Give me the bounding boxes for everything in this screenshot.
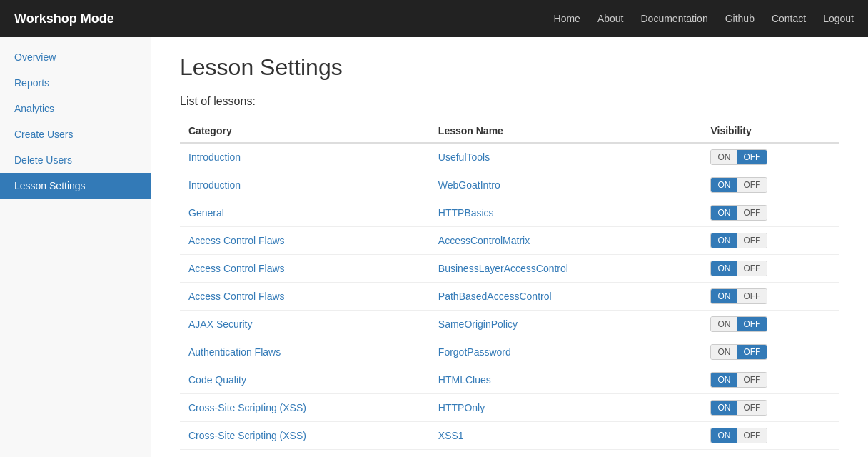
sidebar-item-create-users[interactable]: Create Users — [0, 121, 151, 147]
cell-visibility: ONOFF — [702, 366, 839, 394]
cell-category: Introduction — [180, 171, 430, 199]
cell-lesson-name: XSS1 — [430, 422, 702, 450]
toggle-on-button[interactable]: ON — [711, 233, 737, 248]
cell-category: AJAX Security — [180, 311, 430, 338]
sidebar-item-analytics[interactable]: Analytics — [0, 96, 151, 121]
toggle-on-button[interactable]: ON — [711, 428, 737, 443]
toggle-off-button[interactable]: OFF — [737, 178, 767, 192]
toggle-on-button[interactable]: ON — [711, 261, 737, 276]
category-link[interactable]: Introduction — [188, 151, 241, 163]
cell-lesson-name: HTTPOnly — [430, 394, 702, 422]
toggle-off-button[interactable]: OFF — [737, 150, 767, 164]
lesson-name-link[interactable]: BusinessLayerAccessControl — [438, 263, 568, 274]
toggle-off-button[interactable]: OFF — [737, 317, 767, 331]
lesson-name-link[interactable]: PathBasedAccessControl — [438, 291, 552, 302]
toggle-on-button[interactable]: ON — [711, 178, 737, 192]
toggle-off-button[interactable]: OFF — [737, 345, 767, 359]
col-header-visibility: Visibility — [702, 119, 839, 143]
toggle-off-button[interactable]: OFF — [737, 428, 767, 443]
lesson-name-link[interactable]: AccessControlMatrix — [438, 235, 530, 246]
cell-visibility: ONOFF — [702, 171, 839, 199]
table-row: IntroductionUsefulToolsONOFF — [180, 143, 839, 171]
lesson-name-link[interactable]: WebGoatIntro — [438, 179, 500, 191]
cell-category: Cross-Site Scripting (XSS) — [180, 422, 430, 450]
sidebar-item-lesson-settings[interactable]: Lesson Settings — [0, 173, 151, 199]
main-content: Lesson Settings List of lessons: Categor… — [151, 37, 868, 457]
lesson-name-link[interactable]: HTTPBasics — [438, 207, 494, 219]
toggle-group: ONOFF — [710, 177, 767, 193]
lesson-name-link[interactable]: XSS1 — [438, 430, 464, 441]
lesson-name-link[interactable]: UsefulTools — [438, 151, 490, 163]
cell-category: Access Control Flaws — [180, 283, 430, 311]
cell-category: Introduction — [180, 143, 430, 171]
toggle-on-button[interactable]: ON — [711, 289, 737, 303]
table-row: Cross-Site Scripting (XSS)HTTPOnlyONOFF — [180, 394, 839, 422]
toggle-on-button[interactable]: ON — [711, 317, 737, 331]
category-link[interactable]: Access Control Flaws — [188, 235, 285, 246]
cell-lesson-name: SameOriginPolicy — [430, 311, 702, 338]
toggle-on-button[interactable]: ON — [711, 150, 737, 164]
category-link[interactable]: Introduction — [188, 179, 241, 191]
lesson-name-link[interactable]: HTTPOnly — [438, 402, 485, 413]
toggle-off-button[interactable]: OFF — [737, 289, 767, 303]
cell-visibility: ONOFF — [702, 338, 839, 366]
toggle-off-button[interactable]: OFF — [737, 233, 767, 248]
nav-about[interactable]: About — [597, 13, 624, 24]
cell-category: Code Quality — [180, 366, 430, 394]
category-link[interactable]: Access Control Flaws — [188, 263, 285, 274]
toggle-group: ONOFF — [710, 288, 767, 304]
page-title: Lesson Settings — [180, 54, 839, 81]
cell-visibility: ONOFF — [702, 394, 839, 422]
category-link[interactable]: Cross-Site Scripting (XSS) — [188, 430, 306, 441]
sidebar-item-reports[interactable]: Reports — [0, 70, 151, 96]
toggle-group: ONOFF — [710, 233, 767, 248]
table-row: IntroductionWebGoatIntroONOFF — [180, 171, 839, 199]
nav-github[interactable]: Github — [725, 13, 755, 24]
category-link[interactable]: Access Control Flaws — [188, 291, 285, 302]
table-row: Access Control FlawsBusinessLayerAccessC… — [180, 255, 839, 283]
category-link[interactable]: Code Quality — [188, 374, 246, 386]
toggle-group: ONOFF — [710, 205, 767, 221]
toggle-group: ONOFF — [710, 400, 767, 416]
cell-category: Cross-Site Scripting (XSS) — [180, 394, 430, 422]
lesson-name-link[interactable]: SameOriginPolicy — [438, 318, 518, 330]
cell-lesson-name: BusinessLayerAccessControl — [430, 255, 702, 283]
sidebar: OverviewReportsAnalyticsCreate UsersDele… — [0, 37, 151, 457]
cell-visibility: ONOFF — [702, 199, 839, 227]
table-body: IntroductionUsefulToolsONOFFIntroduction… — [180, 143, 839, 450]
cell-lesson-name: HTMLClues — [430, 366, 702, 394]
table-row: GeneralHTTPBasicsONOFF — [180, 199, 839, 227]
toggle-off-button[interactable]: OFF — [737, 373, 767, 387]
toggle-group: ONOFF — [710, 261, 767, 276]
lesson-name-link[interactable]: ForgotPassword — [438, 346, 511, 358]
toggle-group: ONOFF — [710, 428, 767, 443]
toggle-off-button[interactable]: OFF — [737, 206, 767, 220]
nav-documentation[interactable]: Documentation — [641, 13, 708, 24]
sidebar-item-delete-users[interactable]: Delete Users — [0, 147, 151, 173]
toggle-on-button[interactable]: ON — [711, 373, 737, 387]
toggle-off-button[interactable]: OFF — [737, 261, 767, 276]
nav-links: Home About Documentation Github Contact … — [554, 13, 854, 24]
cell-visibility: ONOFF — [702, 255, 839, 283]
category-link[interactable]: General — [188, 207, 224, 219]
cell-category: Authentication Flaws — [180, 338, 430, 366]
nav-contact[interactable]: Contact — [772, 13, 806, 24]
list-label: List of lessons: — [180, 95, 839, 108]
category-link[interactable]: AJAX Security — [188, 318, 252, 330]
sidebar-item-overview[interactable]: Overview — [0, 44, 151, 70]
table-row: Access Control FlawsPathBasedAccessContr… — [180, 283, 839, 311]
navbar: Workshop Mode Home About Documentation G… — [0, 0, 868, 37]
toggle-on-button[interactable]: ON — [711, 345, 737, 359]
toggle-group: ONOFF — [710, 149, 767, 165]
cell-category: Access Control Flaws — [180, 255, 430, 283]
nav-home[interactable]: Home — [554, 13, 580, 24]
table-row: Code QualityHTMLCluesONOFF — [180, 366, 839, 394]
category-link[interactable]: Authentication Flaws — [188, 346, 281, 358]
toggle-on-button[interactable]: ON — [711, 401, 737, 415]
category-link[interactable]: Cross-Site Scripting (XSS) — [188, 402, 306, 413]
toggle-off-button[interactable]: OFF — [737, 401, 767, 415]
toggle-on-button[interactable]: ON — [711, 206, 737, 220]
nav-logout[interactable]: Logout — [823, 13, 854, 24]
lesson-name-link[interactable]: HTMLClues — [438, 374, 491, 386]
table-row: Authentication FlawsForgotPasswordONOFF — [180, 338, 839, 366]
